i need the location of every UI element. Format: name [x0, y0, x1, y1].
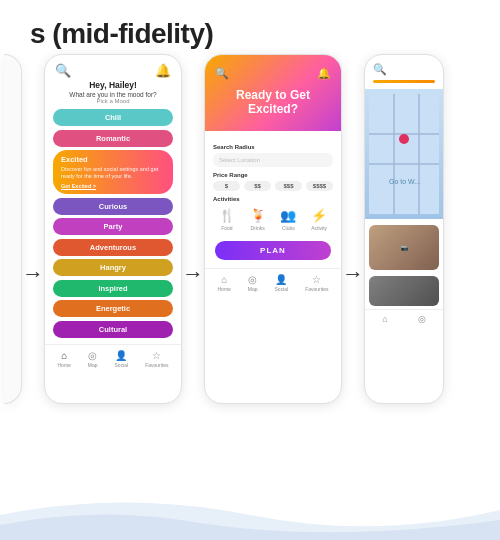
- map-view: Go to W...: [365, 89, 443, 219]
- subtitle-text: What are you in the mood for?: [45, 91, 181, 98]
- map-icon: ◎: [88, 350, 97, 361]
- nav-fav-label: Favourites: [145, 362, 168, 368]
- screen-results: 🔍 Go to W... 📷: [364, 54, 444, 404]
- activities-row: 🍴 Food 🍹 Drinks 👥 Clubs ⚡ Activity: [213, 208, 333, 231]
- mood-romantic[interactable]: Romantic: [53, 130, 173, 147]
- result-photo-2[interactable]: [369, 276, 439, 306]
- phone2-header: 🔍 🔔 Ready to Get Excited?: [205, 55, 341, 131]
- mood-excited[interactable]: Excited Discover fun and social settings…: [53, 150, 173, 194]
- svg-text:Go to W...: Go to W...: [389, 178, 420, 185]
- social-icon: 👤: [115, 350, 127, 361]
- drinks-icon: 🍹: [250, 208, 266, 223]
- screen-excited-filter: 🔍 🔔 Ready to Get Excited? Search Radius …: [204, 54, 342, 404]
- screen2-title: Ready to Get Excited?: [215, 88, 331, 117]
- nav-home-label: Home: [57, 362, 70, 368]
- nav-favourites[interactable]: ☆ Favourites: [145, 350, 168, 368]
- nav2-social[interactable]: 👤 Social: [275, 274, 289, 292]
- arrow-3: →: [342, 261, 364, 287]
- mood-energetic[interactable]: Energetic: [53, 300, 173, 317]
- mood-party[interactable]: Party: [53, 218, 173, 235]
- nav2-home-label: Home: [217, 286, 230, 292]
- mood-list: Chill Romantic Excited Discover fun and …: [45, 109, 181, 344]
- arrow-2: →: [182, 261, 204, 287]
- phone2-topbar: 🔍 🔔: [215, 67, 331, 80]
- get-excited-link[interactable]: Get Excited >: [61, 183, 165, 189]
- home-icon: ⌂: [61, 350, 67, 361]
- mood-hangry[interactable]: Hangry: [53, 259, 173, 276]
- notification-icon[interactable]: 🔔: [155, 63, 171, 78]
- drinks-label: Drinks: [251, 225, 265, 231]
- nav2-fav[interactable]: ☆ Favourites: [305, 274, 328, 292]
- screens-row: → 🔍 🔔 Hey, Hailey! What are you in the m…: [0, 50, 500, 404]
- partial-left-phone: [4, 54, 22, 404]
- pick-mood-label: Pick a Mood: [45, 98, 181, 104]
- search-placeholder: Select Location: [219, 157, 260, 163]
- screen-mood-picker: 🔍 🔔 Hey, Hailey! What are you in the moo…: [44, 54, 182, 404]
- phone3-topbar: 🔍: [365, 55, 443, 80]
- phone1-nav: ⌂ Home ◎ Map 👤 Social ☆ Favourites: [45, 344, 181, 372]
- favourites-icon: ☆: [152, 350, 161, 361]
- nav-home[interactable]: ⌂ Home: [57, 350, 70, 368]
- arrow-1: →: [22, 261, 44, 287]
- nav2-home[interactable]: ⌂ Home: [217, 274, 230, 292]
- notif-icon-2[interactable]: 🔔: [317, 67, 331, 80]
- fav-icon-2: ☆: [312, 274, 321, 285]
- price-3[interactable]: $$$: [275, 181, 302, 191]
- mood-cultural[interactable]: Cultural: [53, 321, 173, 338]
- map-icon-2: ◎: [248, 274, 257, 285]
- social-icon-2: 👤: [275, 274, 287, 285]
- excited-label: Excited: [61, 155, 165, 164]
- nav3-home-icon[interactable]: ⌂: [382, 314, 387, 324]
- activity-food[interactable]: 🍴 Food: [219, 208, 235, 231]
- accent-line: [373, 80, 435, 83]
- search-radius-label: Search Radius: [213, 144, 333, 150]
- nav3-map-icon[interactable]: ◎: [418, 314, 426, 324]
- mood-curious[interactable]: Curious: [53, 198, 173, 215]
- greeting-text: Hey, Hailey!: [45, 80, 181, 90]
- activity-icon: ⚡: [311, 208, 327, 223]
- nav2-social-label: Social: [275, 286, 289, 292]
- search-radius-input[interactable]: Select Location: [213, 153, 333, 167]
- activity-drinks[interactable]: 🍹 Drinks: [250, 208, 266, 231]
- search-icon-3[interactable]: 🔍: [373, 63, 387, 76]
- map-placeholder: Go to W...: [365, 89, 443, 219]
- svg-point-5: [399, 134, 409, 144]
- price-2[interactable]: $$: [244, 181, 271, 191]
- home-icon-2: ⌂: [221, 274, 227, 285]
- nav-social-label: Social: [115, 362, 129, 368]
- excited-description: Discover fun and social settings and get…: [61, 166, 165, 180]
- mood-inspired[interactable]: Inspired: [53, 280, 173, 297]
- nav2-fav-label: Favourites: [305, 286, 328, 292]
- nav-map[interactable]: ◎ Map: [88, 350, 98, 368]
- phone3-nav: ⌂ ◎: [365, 309, 443, 328]
- price-4[interactable]: $$$$: [306, 181, 333, 191]
- mood-chill[interactable]: Chill: [53, 109, 173, 126]
- phone2-body: Search Radius Select Location Price Rang…: [205, 131, 341, 231]
- food-icon: 🍴: [219, 208, 235, 223]
- svg-rect-0: [369, 94, 439, 214]
- nav-social[interactable]: 👤 Social: [115, 350, 129, 368]
- nav2-map[interactable]: ◎ Map: [248, 274, 258, 292]
- search-icon-2[interactable]: 🔍: [215, 67, 229, 80]
- activity-label: Activity: [311, 225, 327, 231]
- wave-decoration: [0, 485, 500, 540]
- page-title: s (mid-fidelity): [0, 0, 500, 50]
- clubs-label: Clubs: [282, 225, 295, 231]
- price-range-buttons: $ $$ $$$ $$$$: [213, 181, 333, 191]
- result-photo-1[interactable]: 📷: [369, 225, 439, 270]
- nav2-map-label: Map: [248, 286, 258, 292]
- activity-activity[interactable]: ⚡ Activity: [311, 208, 327, 231]
- plan-button[interactable]: PLAN: [215, 241, 331, 260]
- phone2-nav: ⌂ Home ◎ Map 👤 Social ☆ Favourites: [205, 268, 341, 296]
- food-label: Food: [221, 225, 232, 231]
- nav-map-label: Map: [88, 362, 98, 368]
- mood-adventurous[interactable]: Adventurous: [53, 239, 173, 256]
- activity-clubs[interactable]: 👥 Clubs: [280, 208, 296, 231]
- search-icon[interactable]: 🔍: [55, 63, 71, 78]
- activities-label: Activities: [213, 196, 333, 202]
- phone1-topbar: 🔍 🔔: [45, 55, 181, 80]
- price-range-label: Price Range: [213, 172, 333, 178]
- clubs-icon: 👥: [280, 208, 296, 223]
- price-1[interactable]: $: [213, 181, 240, 191]
